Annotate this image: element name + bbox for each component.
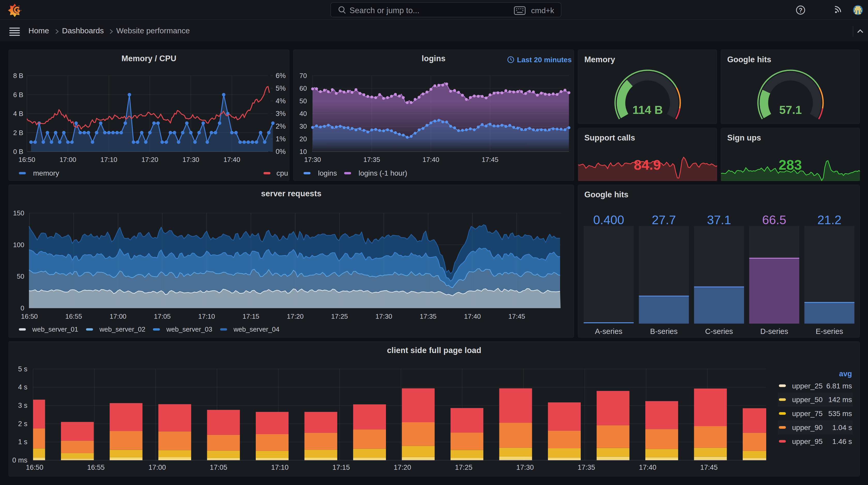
svg-text:web_server_04: web_server_04 [233, 325, 280, 333]
svg-text:5%: 5% [276, 85, 286, 92]
svg-text:17:10: 17:10 [198, 313, 215, 320]
svg-text:100: 100 [13, 241, 24, 249]
svg-text:30: 30 [300, 122, 307, 130]
svg-text:17:40: 17:40 [423, 156, 439, 163]
svg-text:logins: logins [318, 169, 337, 177]
svg-text:upper_95: upper_95 [792, 438, 823, 446]
svg-text:D-series: D-series [760, 327, 788, 335]
svg-text:?: ? [799, 7, 803, 14]
svg-text:40: 40 [300, 110, 307, 118]
svg-text:17:30: 17:30 [375, 313, 392, 320]
svg-text:17:20: 17:20 [142, 156, 158, 163]
svg-text:17:25: 17:25 [455, 463, 472, 471]
svg-text:142 ms: 142 ms [828, 396, 852, 403]
svg-text:4 B: 4 B [13, 110, 23, 118]
svg-text:17:35: 17:35 [420, 313, 437, 320]
svg-text:50: 50 [17, 272, 24, 280]
svg-text:17:20: 17:20 [287, 313, 304, 320]
svg-text:17:15: 17:15 [243, 313, 259, 320]
svg-text:0: 0 [21, 304, 24, 312]
svg-text:17:00: 17:00 [110, 313, 126, 320]
svg-text:17:05: 17:05 [154, 313, 171, 320]
svg-text:17:25: 17:25 [331, 313, 348, 320]
svg-text:17:05: 17:05 [210, 463, 227, 471]
svg-text:150: 150 [13, 209, 24, 217]
svg-text:logins (-1 hour): logins (-1 hour) [359, 169, 407, 177]
svg-text:10: 10 [300, 148, 307, 156]
svg-text:17:45: 17:45 [700, 463, 718, 471]
svg-text:535 ms: 535 ms [828, 410, 852, 418]
svg-text:upper_50: upper_50 [792, 396, 823, 403]
svg-text:1%: 1% [276, 135, 286, 143]
svg-text:2 s: 2 s [18, 420, 27, 428]
svg-text:66.5: 66.5 [762, 213, 786, 227]
svg-text:5 s: 5 s [18, 365, 27, 373]
svg-text:60: 60 [300, 85, 307, 92]
svg-text:17:40: 17:40 [639, 463, 656, 471]
svg-text:C-series: C-series [705, 327, 733, 335]
svg-text:17:30: 17:30 [517, 463, 534, 471]
svg-text:27.7: 27.7 [652, 213, 676, 227]
svg-text:0 ms: 0 ms [12, 456, 27, 464]
svg-text:114 B: 114 B [632, 103, 663, 117]
svg-text:web_server_03: web_server_03 [166, 325, 212, 333]
svg-text:6.81 ms: 6.81 ms [826, 382, 852, 390]
svg-text:70: 70 [300, 72, 307, 79]
svg-text:B-series: B-series [650, 327, 678, 335]
svg-text:17:40: 17:40 [464, 313, 481, 320]
svg-text:17:45: 17:45 [482, 156, 498, 163]
svg-text:cpu: cpu [276, 169, 288, 177]
svg-text:1.04 s: 1.04 s [832, 424, 852, 431]
svg-text:20: 20 [300, 135, 307, 143]
svg-text:3 s: 3 s [18, 401, 27, 409]
svg-text:8 B: 8 B [13, 72, 23, 79]
svg-text:0 B: 0 B [13, 148, 23, 156]
svg-text:6 B: 6 B [13, 91, 23, 99]
svg-text:4%: 4% [276, 97, 286, 105]
svg-text:4 s: 4 s [18, 383, 27, 391]
svg-text:17:10: 17:10 [271, 463, 288, 471]
svg-text:web_server_01: web_server_01 [32, 325, 78, 333]
svg-text:Last 20 minutes: Last 20 minutes [517, 56, 572, 64]
svg-text:memory: memory [33, 169, 59, 177]
svg-text:0%: 0% [276, 148, 286, 156]
svg-text:2%: 2% [276, 122, 286, 130]
svg-text:avg: avg [839, 369, 852, 378]
svg-text:283: 283 [779, 157, 802, 172]
svg-text:6%: 6% [276, 72, 286, 79]
svg-text:upper_75: upper_75 [792, 410, 823, 418]
svg-text:upper_25: upper_25 [792, 382, 823, 390]
svg-text:16:55: 16:55 [87, 463, 105, 471]
svg-text:50: 50 [300, 97, 307, 105]
svg-text:57.1: 57.1 [779, 103, 802, 117]
svg-text:0.400: 0.400 [593, 213, 624, 227]
svg-text:1.46 s: 1.46 s [832, 438, 852, 446]
svg-text:E-series: E-series [815, 327, 843, 335]
svg-text:17:35: 17:35 [578, 463, 595, 471]
svg-text:upper_90: upper_90 [792, 424, 823, 431]
svg-text:web_server_02: web_server_02 [99, 325, 146, 333]
svg-text:17:40: 17:40 [223, 156, 240, 163]
svg-text:17:35: 17:35 [363, 156, 380, 163]
svg-text:17:45: 17:45 [508, 313, 525, 320]
svg-text:2 B: 2 B [13, 129, 23, 137]
svg-text:16:50: 16:50 [18, 156, 35, 163]
svg-text:37.1: 37.1 [707, 213, 731, 227]
svg-text:84.9: 84.9 [634, 157, 661, 172]
svg-text:A-series: A-series [595, 327, 622, 335]
svg-text:17:20: 17:20 [394, 463, 411, 471]
svg-text:17:30: 17:30 [182, 156, 199, 163]
svg-text:17:15: 17:15 [333, 463, 350, 471]
svg-text:17:00: 17:00 [59, 156, 76, 163]
svg-text:17:30: 17:30 [304, 156, 321, 163]
svg-text:16:50: 16:50 [21, 313, 38, 320]
svg-text:21.2: 21.2 [817, 213, 841, 227]
svg-text:16:55: 16:55 [65, 313, 82, 320]
svg-text:3%: 3% [276, 110, 286, 118]
svg-text:16:50: 16:50 [26, 463, 43, 471]
svg-text:1 s: 1 s [18, 438, 27, 446]
svg-text:17:10: 17:10 [100, 156, 117, 163]
svg-text:17:00: 17:00 [149, 463, 166, 471]
